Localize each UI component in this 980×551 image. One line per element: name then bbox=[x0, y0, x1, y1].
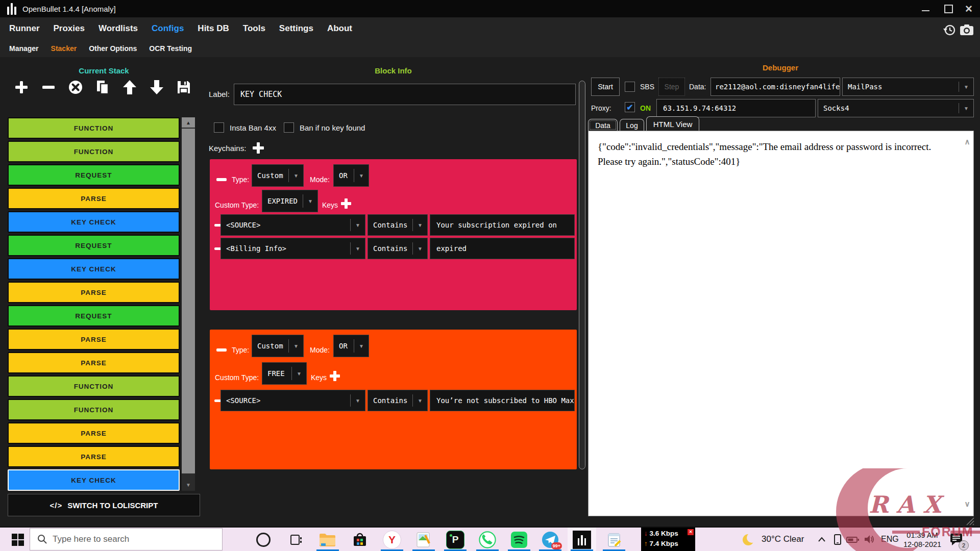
sbs-checkbox[interactable] bbox=[625, 82, 635, 92]
stack-block[interactable]: REQUEST bbox=[8, 305, 180, 327]
menu-item-proxies[interactable]: Proxies bbox=[54, 23, 85, 34]
cortana-icon[interactable] bbox=[253, 530, 274, 549]
step-button[interactable]: Step bbox=[658, 78, 685, 96]
menu-item-hitsdb[interactable]: Hits DB bbox=[198, 23, 229, 34]
tab-html-view[interactable]: HTML View bbox=[646, 116, 699, 131]
microsoft-store-icon[interactable] bbox=[350, 530, 370, 549]
key-value-input[interactable]: You’re not subscribed to HBO Max bbox=[430, 390, 575, 411]
show-hidden-icons-chevron[interactable] bbox=[818, 536, 826, 542]
close-button[interactable]: ✕ bbox=[965, 0, 973, 17]
scroll-down-icon[interactable]: ∨ bbox=[962, 499, 972, 509]
start-button[interactable]: Start bbox=[591, 78, 620, 96]
key-condition-dropdown[interactable]: Contains▼ bbox=[368, 214, 428, 236]
telegram-icon[interactable]: 99+ bbox=[540, 530, 560, 549]
stack-block[interactable]: PARSE bbox=[8, 446, 180, 467]
clock[interactable]: 01:39 AM 12-08-2021 bbox=[899, 531, 945, 549]
keychain-handle-icon[interactable] bbox=[216, 178, 227, 181]
stack-block[interactable]: FUNCTION bbox=[8, 117, 180, 139]
clear-stack-icon[interactable] bbox=[68, 80, 83, 95]
keychain-handle-icon[interactable] bbox=[216, 348, 227, 352]
moon-weather-icon[interactable] bbox=[741, 532, 756, 547]
keychain-type-dropdown[interactable]: Custom▼ bbox=[252, 335, 304, 357]
stack-block[interactable]: REQUEST bbox=[8, 164, 180, 186]
your-phone-icon[interactable] bbox=[833, 534, 842, 546]
weather-label[interactable]: 30°C Clear bbox=[762, 534, 804, 544]
key-source-dropdown[interactable]: <SOURCE>▼ bbox=[220, 390, 365, 411]
add-key-icon[interactable] bbox=[340, 198, 352, 209]
resize-grip-icon[interactable] bbox=[966, 517, 975, 525]
key-source-dropdown[interactable]: <Billing Info>▼ bbox=[220, 238, 365, 259]
stack-block[interactable]: FUNCTION bbox=[8, 141, 180, 162]
openbullet-taskbar-icon[interactable] bbox=[572, 530, 592, 549]
maximize-button[interactable] bbox=[944, 0, 953, 17]
key-value-input[interactable]: expired bbox=[430, 238, 575, 259]
menu-item-runner[interactable]: Runner bbox=[9, 23, 40, 34]
ban-no-key-checkbox[interactable] bbox=[284, 122, 294, 133]
data-input[interactable]: re2112@aol.com:disneyfan4life bbox=[710, 78, 840, 96]
remove-block-icon[interactable] bbox=[41, 80, 56, 95]
start-button-icon[interactable] bbox=[11, 533, 24, 546]
move-down-icon[interactable] bbox=[149, 80, 164, 95]
menu-item-settings[interactable]: Settings bbox=[279, 23, 313, 34]
menu-item-configs[interactable]: Configs bbox=[152, 23, 184, 34]
key-source-dropdown[interactable]: <SOURCE>▼ bbox=[220, 214, 365, 236]
submenu-item-stacker[interactable]: Stacker bbox=[51, 44, 77, 53]
stack-block[interactable]: REQUEST bbox=[8, 235, 180, 256]
scroll-up-icon[interactable]: ∧ bbox=[962, 137, 972, 146]
stack-block[interactable]: PARSE bbox=[8, 422, 180, 444]
clone-block-icon[interactable] bbox=[95, 80, 110, 95]
stack-block[interactable]: PARSE bbox=[8, 329, 180, 350]
tab-data[interactable]: Data bbox=[588, 119, 618, 131]
notepad-icon[interactable] bbox=[604, 530, 624, 549]
wordlist-type-dropdown[interactable]: MailPass▼ bbox=[842, 78, 974, 96]
proxy-input[interactable]: 63.151.9.74:64312 bbox=[656, 99, 816, 117]
stack-block[interactable]: FUNCTION bbox=[8, 399, 180, 420]
key-condition-dropdown[interactable]: Contains▼ bbox=[368, 390, 428, 411]
scroll-up-icon[interactable]: ▲ bbox=[182, 117, 195, 128]
keychain-type-dropdown[interactable]: Custom▼ bbox=[252, 164, 304, 187]
taskbar-search-input[interactable]: Type here to search bbox=[30, 528, 223, 550]
submenu-item-manager[interactable]: Manager bbox=[9, 44, 39, 53]
stack-block[interactable]: FUNCTION bbox=[8, 375, 180, 397]
scrollbar-thumb[interactable] bbox=[182, 129, 195, 473]
netspeed-widget[interactable]: ↓ 3.6 Kbps ↑ 7.4 Kbps ✕ bbox=[641, 528, 695, 551]
key-condition-dropdown[interactable]: Contains▼ bbox=[368, 238, 428, 259]
volume-icon[interactable] bbox=[864, 534, 875, 545]
proxy-type-dropdown[interactable]: Socks4▼ bbox=[818, 99, 974, 117]
scroll-down-icon[interactable]: ▼ bbox=[182, 480, 195, 490]
switch-to-loliscript-button[interactable]: </> SWITCH TO LOLISCRIPT bbox=[8, 494, 200, 516]
menu-item-about[interactable]: About bbox=[327, 23, 352, 34]
action-center-icon[interactable]: 2 bbox=[949, 532, 964, 548]
screenshot-camera-icon[interactable] bbox=[960, 24, 974, 36]
battery-icon[interactable] bbox=[846, 536, 860, 543]
language-indicator[interactable]: ENG bbox=[881, 535, 899, 544]
submenu-item-otheroptions[interactable]: Other Options bbox=[89, 44, 137, 53]
stack-block[interactable]: KEY CHECK bbox=[8, 211, 180, 233]
stack-block[interactable]: PARSE bbox=[8, 352, 180, 373]
close-icon[interactable]: ✕ bbox=[688, 529, 694, 535]
add-key-icon[interactable] bbox=[329, 370, 340, 382]
stack-scrollbar[interactable]: ▲ ▼ bbox=[182, 117, 195, 491]
custom-type-dropdown[interactable]: FREE▼ bbox=[262, 362, 307, 385]
keychain-mode-dropdown[interactable]: OR▼ bbox=[333, 164, 369, 187]
proxy-checkbox[interactable]: ✔ bbox=[625, 102, 635, 112]
tab-log[interactable]: Log bbox=[620, 119, 644, 131]
update-history-icon[interactable] bbox=[943, 23, 957, 37]
add-keychain-icon[interactable] bbox=[252, 142, 264, 154]
submenu-item-ocrtesting[interactable]: OCR Testing bbox=[149, 44, 192, 53]
custom-type-dropdown[interactable]: EXPIRED▼ bbox=[262, 190, 318, 212]
stack-block[interactable]: KEY CHECK bbox=[8, 469, 180, 491]
p-app-icon[interactable]: P bbox=[445, 530, 465, 549]
stack-block[interactable]: PARSE bbox=[8, 188, 180, 209]
move-up-icon[interactable] bbox=[122, 80, 137, 95]
insta-ban-checkbox[interactable] bbox=[214, 122, 224, 133]
spotify-icon[interactable] bbox=[509, 530, 529, 549]
block-label-input[interactable]: KEY CHECK bbox=[234, 84, 576, 105]
file-explorer-icon[interactable] bbox=[317, 530, 338, 549]
save-config-icon[interactable] bbox=[176, 80, 191, 95]
menu-item-wordlists[interactable]: Wordlists bbox=[99, 23, 138, 34]
blockinfo-scrollbar[interactable] bbox=[579, 81, 585, 469]
menu-item-tools[interactable]: Tools bbox=[243, 23, 265, 34]
yandex-browser-icon[interactable]: Y bbox=[382, 530, 402, 549]
task-view-icon[interactable] bbox=[286, 530, 306, 549]
